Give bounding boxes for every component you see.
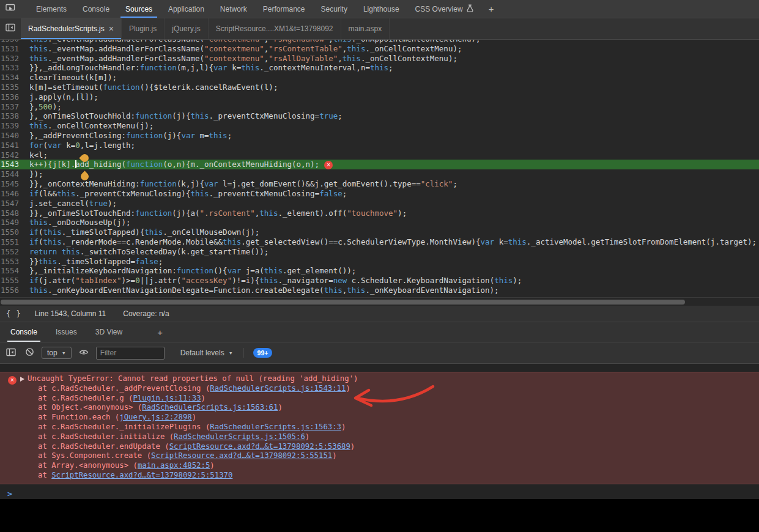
line-number[interactable]: 1542 [0,150,24,160]
file-tab-radschedulerscripts-js[interactable]: RadSchedulerScripts.js× [21,18,122,39]
console-sidebar-button[interactable] [5,347,17,359]
code-line[interactable]: 1546if(l&&this._preventCtxMenuClosing){t… [0,189,759,199]
line-number[interactable]: 1530 [0,40,24,44]
more-panels-button[interactable]: + [481,0,502,18]
file-tab-plugin-js[interactable]: Plugin.js [122,18,165,39]
code-line[interactable]: 1552return this._switchToSelectedDay(k.g… [0,247,759,257]
drawer-tab-issues[interactable]: Issues [46,322,86,342]
pretty-print-button[interactable]: { } [6,309,21,318]
line-number[interactable]: 1540 [0,131,24,141]
panel-tab-sources[interactable]: Sources [117,0,160,18]
code-line[interactable]: 1549this._onDocMouseUp(j); [0,218,759,227]
inline-error-icon[interactable]: × [324,161,333,169]
line-number[interactable]: 1533 [0,63,24,73]
panel-tab-css-overview[interactable]: CSS Overview [407,0,481,18]
line-number[interactable]: 1546 [0,189,24,199]
source-link[interactable]: RadSchedulerScripts.js:1563:3 [210,423,341,431]
scrollbar-thumb[interactable] [1,300,685,305]
add-drawer-tab-button[interactable]: + [149,322,171,342]
source-link[interactable]: main.aspx:4852:5 [138,461,210,470]
line-number[interactable]: 1535 [0,83,24,92]
code-line[interactable]: 1550if(this._timeSlotTapped){this._onCel… [0,227,759,237]
code-line[interactable]: 1545}},_onContextMenuHiding:function(k,j… [0,179,759,189]
line-number[interactable]: 1549 [0,218,24,227]
code-line[interactable]: 1536j.apply(n,[l]); [0,92,759,102]
line-number[interactable]: 1548 [0,209,24,218]
source-link[interactable]: ScriptResource.axd?d…&t=13798092:5:53689 [169,442,350,451]
code-line[interactable]: 1534clearTimeout(k[m]); [0,73,759,83]
source-link[interactable]: ScriptResource.axd?d…&t=13798092:5:55151 [151,451,332,460]
source-link[interactable]: Plugin.js:11:33 [133,394,201,402]
code-line[interactable]: 1555if(j.attr("tabIndex")>=0||j.attr("ac… [0,276,759,286]
clear-console-button[interactable] [23,347,35,359]
panel-tab-lighthouse[interactable]: Lighthouse [355,0,407,18]
code-line[interactable]: 1542k<l; [0,150,759,160]
toggle-navigator-button[interactable] [0,18,21,39]
line-number[interactable]: 1544 [0,169,24,179]
line-number[interactable]: 1554 [0,266,24,276]
line-number[interactable]: 1545 [0,179,24,189]
line-number[interactable]: 1534 [0,73,24,83]
error-level-icon: × [8,376,17,385]
line-number[interactable]: 1553 [0,257,24,267]
filter-input[interactable] [96,347,165,360]
line-number[interactable]: 1536 [0,92,24,102]
code-line[interactable]: 1535k[m]=setTimeout(function(){$telerik.… [0,83,759,92]
code-line[interactable]: 1531this._eventMap.addHandlerForClassNam… [0,44,759,54]
code-line[interactable]: 1543k++){j[k].add_hiding(function(o,n){m… [0,160,759,169]
code-line[interactable]: 1540},_addPreventClosing:function(j){var… [0,131,759,141]
code-line[interactable]: 1538},_onTimeSlotTouchHold:function(j){t… [0,111,759,121]
line-number[interactable]: 1537 [0,102,24,112]
code-line[interactable]: 1537},500); [0,102,759,112]
close-tab-icon[interactable]: × [109,24,114,33]
line-number[interactable]: 1552 [0,247,24,257]
code-line[interactable]: 1554},_initializeKeyboardNavigation:func… [0,266,759,276]
expand-stack-icon[interactable] [20,377,24,382]
line-number[interactable]: 1551 [0,237,24,247]
inspect-button[interactable] [0,0,21,18]
source-link[interactable]: ScriptResource.axd?d…&t=13798092:5:51370 [51,471,232,479]
line-number[interactable]: 1541 [0,141,24,150]
code-line[interactable]: 1548}},_onTimeSlotTouchEnd:function(j){a… [0,209,759,218]
context-selector[interactable]: top ▼ [42,347,72,359]
source-link[interactable]: RadSchedulerScripts.js:1505:6 [174,432,305,441]
code-line[interactable]: 1539this._onCellContextMenu(j); [0,121,759,131]
code-line[interactable]: 1544}); [0,169,759,179]
source-link[interactable]: RadSchedulerScripts.js:1543:11 [210,384,346,393]
file-tab-main-aspx[interactable]: main.aspx [341,18,390,39]
code-line[interactable]: 1533}},_addLongTouchHandler:function(m,j… [0,63,759,73]
panel-tab-network[interactable]: Network [212,0,255,18]
code-line[interactable]: 1551if(this._renderMode==c.RenderMode.Mo… [0,237,759,247]
line-number[interactable]: 1555 [0,276,24,286]
source-link[interactable]: RadSchedulerScripts.js:1563:61 [142,403,278,412]
line-number[interactable]: 1547 [0,199,24,209]
source-editor[interactable]: 1530this._eventMap.addHandlerForClassNam… [0,40,759,297]
line-number[interactable]: 1531 [0,44,24,54]
line-number[interactable]: 1550 [0,227,24,237]
line-number[interactable]: 1532 [0,54,24,64]
panel-tab-security[interactable]: Security [313,0,355,18]
file-tab-scriptresource-xm1-t-13798092[interactable]: ScriptResource....XM1&t=13798092 [209,18,341,39]
message-count-badge[interactable]: 99+ [253,348,273,358]
line-number[interactable]: 1543 [0,160,24,169]
code-line[interactable]: 1541for(var k=0,l=j.length; [0,141,759,150]
console-prompt[interactable]: > [0,489,759,500]
code-line[interactable]: 1556this._onKeyboardEventNavigationDeleg… [0,286,759,295]
panel-tab-performance[interactable]: Performance [255,0,313,18]
live-expression-button[interactable] [78,347,90,359]
drawer-tab-console[interactable]: Console [1,322,46,342]
file-tab-jquery-js[interactable]: jQuery.js [165,18,208,39]
panel-tab-console[interactable]: Console [75,0,117,18]
drawer-tab-3d-view[interactable]: 3D View [86,322,131,342]
line-number[interactable]: 1538 [0,111,24,121]
log-levels-dropdown[interactable]: Default levels ▼ [180,349,233,357]
code-line[interactable]: 1532this._eventMap.addHandlerForClassNam… [0,54,759,64]
code-line[interactable]: 1553}}this._timeSlotTapped=false; [0,257,759,267]
line-number[interactable]: 1556 [0,286,24,295]
line-number[interactable]: 1539 [0,121,24,131]
code-line[interactable]: 1530this._eventMap.addHandlerForClassNam… [0,40,759,44]
panel-tab-application[interactable]: Application [160,0,212,18]
code-line[interactable]: 1547j.set_cancel(true); [0,199,759,209]
panel-tab-elements[interactable]: Elements [28,0,75,18]
source-link[interactable]: jQuery.js:2:2898 [119,413,191,421]
